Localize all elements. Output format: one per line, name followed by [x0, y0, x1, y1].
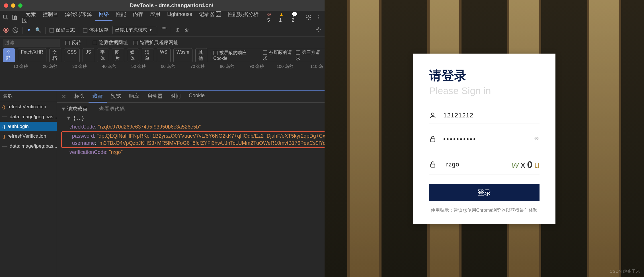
- detail-tab-1[interactable]: 载荷: [89, 91, 107, 103]
- request-item[interactable]: {}authLogin: [0, 122, 57, 131]
- type-filter-bar: 全部Fetch/XHR文档CSSJS字体图片媒体清单WSWasm其他 被屏蔽的响…: [0, 49, 325, 62]
- download-icon[interactable]: [184, 27, 189, 33]
- timeline-tick: 70 毫秒: [177, 64, 207, 69]
- devtools-window: DevTools - dms.changanford.cn/ 元素控制台源代码/…: [0, 0, 325, 277]
- detail-tab-2[interactable]: 预览: [107, 91, 125, 103]
- captcha-image[interactable]: w x 0 u: [512, 159, 540, 170]
- invert-checkbox[interactable]: 反转: [65, 39, 81, 46]
- payload-section-title[interactable]: ▼请求载荷: [61, 105, 88, 112]
- payload-entry[interactable]: verificationCode: "rzgo": [61, 149, 325, 156]
- request-label: data:image/jpeg;bas...: [10, 143, 57, 149]
- lock-icon: [429, 161, 436, 168]
- type-filter-5[interactable]: 字体: [97, 48, 109, 63]
- close-details-icon[interactable]: ✕: [59, 91, 69, 102]
- payload-entry[interactable]: password: "dptQEQINalHFNpRKc+1B2yrszO0YV…: [63, 133, 325, 140]
- svg-rect-6: [430, 138, 435, 142]
- type-filter-6[interactable]: 图片: [112, 48, 124, 63]
- detail-tab-3[interactable]: 响应: [125, 91, 143, 103]
- blocked-requests-checkbox[interactable]: 被屏蔽的请求: [263, 50, 293, 62]
- type-filter-3[interactable]: CSS: [64, 48, 80, 63]
- clear-button[interactable]: [13, 27, 18, 33]
- request-item[interactable]: —data:image/jpeg;bas...: [0, 141, 57, 151]
- password-value: ••••••••••: [443, 135, 534, 143]
- main-tab-6[interactable]: 应用: [147, 9, 164, 20]
- main-tab-3[interactable]: 网络: [95, 9, 112, 21]
- toolbar-settings-icon[interactable]: [315, 27, 321, 34]
- detail-tab-5[interactable]: 时间: [167, 91, 185, 103]
- request-item[interactable]: {}refreshVerification: [0, 131, 57, 141]
- third-party-checkbox[interactable]: 第三方请求: [296, 50, 322, 62]
- main-tab-8[interactable]: 记录器 🅇: [196, 9, 224, 20]
- more-icon[interactable]: ⋮: [315, 14, 322, 21]
- json-root-toggle[interactable]: ▼ {,…}: [61, 115, 325, 121]
- password-field[interactable]: •••••••••• 👁: [429, 131, 540, 147]
- name-column-header[interactable]: 名称: [0, 91, 57, 102]
- minimize-window-button[interactable]: [11, 3, 15, 8]
- login-tip: 使用贴示：建议您使用Chrome浏览器以获得最佳体验: [429, 207, 540, 213]
- inspect-icon[interactable]: [3, 14, 9, 21]
- type-filter-8[interactable]: 清单: [142, 48, 154, 63]
- main-tab-7[interactable]: Lighthouse: [164, 9, 196, 20]
- timeline-tick: 40 毫秒: [89, 64, 118, 69]
- timeline-tick: 60 毫秒: [147, 64, 177, 69]
- main-tab-1[interactable]: 控制台: [39, 9, 61, 20]
- type-filter-4[interactable]: JS: [83, 48, 94, 63]
- svg-point-5: [432, 113, 434, 115]
- main-tab-5[interactable]: 内存: [130, 9, 147, 20]
- hide-ext-urls-checkbox[interactable]: 隐藏扩展程序网址: [134, 39, 178, 46]
- view-source-link[interactable]: 查看源代码: [99, 105, 125, 112]
- type-filter-1[interactable]: Fetch/XHR: [18, 48, 46, 63]
- type-filter-11[interactable]: 其他: [195, 48, 208, 63]
- main-tab-2[interactable]: 源代码/来源: [61, 9, 95, 20]
- error-count[interactable]: ⊗ 5: [267, 11, 275, 23]
- lock-icon: [429, 135, 436, 143]
- status-area: ⊗ 5 ▲ 1 💬 2 ⋮: [267, 11, 322, 23]
- type-filter-9[interactable]: WS: [157, 48, 171, 63]
- request-item[interactable]: —data:image/jpeg;bas...: [0, 112, 57, 122]
- login-button[interactable]: 登录: [429, 184, 540, 201]
- device-toggle-icon[interactable]: [11, 14, 18, 21]
- svg-rect-0: [4, 15, 7, 18]
- upload-icon[interactable]: [175, 27, 180, 33]
- timeline[interactable]: 10 毫秒20 毫秒30 毫秒40 毫秒50 毫秒60 毫秒70 毫秒80 毫秒…: [0, 62, 325, 91]
- type-filter-2[interactable]: 文档: [49, 48, 61, 63]
- close-window-button[interactable]: [4, 3, 8, 8]
- filter-icon[interactable]: ▼: [26, 27, 31, 33]
- detail-tab-0[interactable]: 标头: [70, 91, 89, 103]
- settings-icon[interactable]: [305, 14, 312, 21]
- request-list: 名称 {}refreshVerification—data:image/jpeg…: [0, 91, 57, 277]
- watermark: CSDN @崔子来: [610, 269, 640, 274]
- search-icon[interactable]: 🔍: [35, 27, 41, 33]
- detail-tab-4[interactable]: 启动器: [143, 91, 167, 103]
- payload-entry[interactable]: checkCode: "rzq0c970d269e6374d5f93950b6c…: [61, 123, 325, 131]
- payload-entry[interactable]: username: "m3TBxO4VpQzbJKHS3+MR5lMVFoG6+…: [63, 140, 325, 147]
- filter-input[interactable]: [3, 39, 60, 47]
- type-filter-10[interactable]: Wasm: [173, 48, 192, 63]
- type-filter-0[interactable]: 全部: [3, 48, 15, 63]
- eye-icon[interactable]: 👁: [534, 136, 540, 142]
- hide-data-urls-checkbox[interactable]: 隐藏数据网址: [93, 39, 128, 46]
- username-field[interactable]: 12121212: [429, 108, 540, 123]
- preserve-log-checkbox[interactable]: 保留日志: [50, 27, 75, 33]
- throttling-select[interactable]: 已停用节流模式 ▾: [112, 26, 157, 34]
- disable-cache-checkbox[interactable]: 停用缓存: [83, 27, 108, 33]
- request-label: refreshVerification: [7, 133, 46, 139]
- main-tab-4[interactable]: 性能: [112, 9, 130, 20]
- type-filter-7[interactable]: 媒体: [127, 48, 139, 63]
- filter-bar: 反转 隐藏数据网址 隐藏扩展程序网址: [0, 36, 325, 49]
- request-label: refreshVerification: [7, 104, 46, 110]
- captcha-field[interactable]: rzgo w x 0 u: [429, 155, 540, 174]
- data-url-icon: —: [2, 143, 7, 149]
- detail-tab-6[interactable]: Cookie: [185, 91, 209, 103]
- message-count[interactable]: 💬 2: [292, 11, 301, 23]
- timeline-tick: 100 毫秒: [266, 64, 295, 69]
- request-item[interactable]: {}refreshVerification: [0, 102, 57, 112]
- network-conditions-icon[interactable]: [161, 27, 167, 34]
- record-button[interactable]: [3, 28, 9, 33]
- maximize-window-button[interactable]: [18, 3, 22, 8]
- timeline-tick: 90 毫秒: [236, 64, 266, 69]
- blocked-cookies-checkbox[interactable]: 被屏蔽的响应 Cookie: [213, 50, 257, 61]
- warning-count[interactable]: ▲ 1: [279, 12, 288, 23]
- window-title: DevTools - dms.changanford.cn/: [130, 2, 213, 9]
- request-label: data:image/jpeg;bas...: [10, 114, 57, 120]
